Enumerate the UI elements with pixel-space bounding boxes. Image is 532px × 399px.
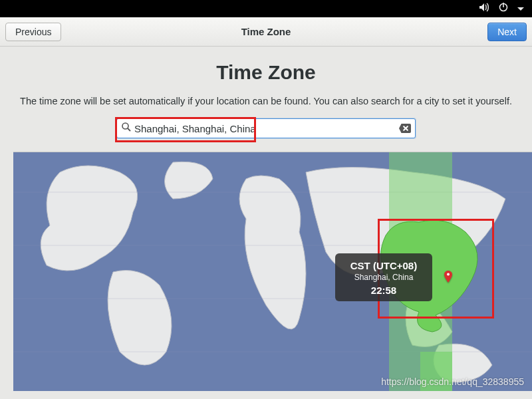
page-subtitle: The time zone will be set automatically … <box>13 96 519 106</box>
volume-icon[interactable] <box>479 3 489 15</box>
clear-icon[interactable] <box>399 124 411 133</box>
bubble-time: 22:58 <box>340 285 427 296</box>
location-pin-icon <box>444 271 452 283</box>
timezone-map[interactable]: CST (UTC+08) Shanghai, China 22:58 https… <box>13 152 532 391</box>
search-input[interactable] <box>134 123 399 134</box>
search-field-container[interactable] <box>116 118 416 138</box>
gnome-top-bar <box>0 0 532 17</box>
svg-line-3 <box>128 128 130 131</box>
svg-point-2 <box>122 123 128 129</box>
header-bar: Previous Time Zone Next <box>0 17 532 47</box>
header-title: Time Zone <box>0 26 532 37</box>
bubble-tz-name: CST (UTC+08) <box>340 260 427 271</box>
power-icon[interactable] <box>499 3 508 15</box>
page-title: Time Zone <box>13 61 519 84</box>
timezone-info-bubble: CST (UTC+08) Shanghai, China 22:58 <box>335 253 432 301</box>
chevron-down-icon[interactable] <box>517 3 524 15</box>
svg-point-9 <box>447 273 450 276</box>
timezone-highlight-strip-south <box>420 352 452 391</box>
svg-rect-1 <box>503 3 504 7</box>
content-area: Time Zone The time zone will be set auto… <box>0 47 532 391</box>
next-button[interactable]: Next <box>487 23 527 41</box>
search-icon <box>121 122 132 135</box>
bubble-location: Shanghai, China <box>340 273 427 282</box>
previous-button[interactable]: Previous <box>5 23 61 41</box>
